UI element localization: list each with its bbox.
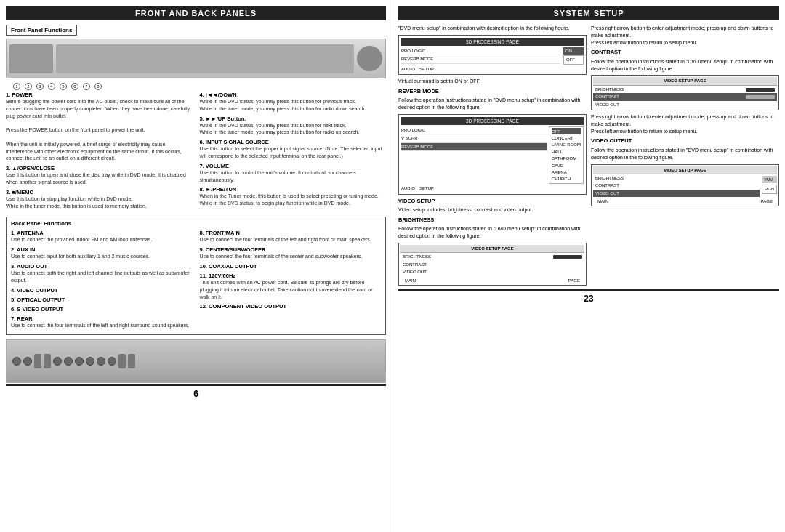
surround-bathroom: BATHROOM — [552, 156, 581, 162]
audio-setup-row-2: AUDIO SETUP — [401, 185, 584, 191]
3d-b2-row3: REVERB MODE — [401, 143, 547, 151]
front-device-image — [6, 39, 386, 78]
3d-box2-list: OFF CONCERT LIVING ROOM HALL BATHROOM CA… — [549, 126, 584, 184]
col1-intro: "DVD menu setup" in combination with des… — [398, 25, 587, 32]
right-col-1: "DVD menu setup" in combination with des… — [398, 25, 587, 288]
left-divider — [6, 384, 386, 386]
front-number-row: 1 2 3 4 5 6 7 8 — [6, 83, 386, 90]
back-item-6: 6. S-VIDEO OUTPUT — [11, 306, 193, 313]
video-setup-text: Video setup includes: brightness, contra… — [398, 206, 587, 214]
video-setup-box-3: VIDEO SETUP PAGE BRIGHTNESS CONTRAST VID… — [591, 164, 779, 207]
device-front-right — [357, 46, 382, 71]
brightness-label: BRIGHTNESS — [398, 217, 587, 225]
vsb2-title: VIDEO SETUP PAGE — [593, 77, 777, 85]
front-item-1: 1. POWER Before plugging the power cord … — [6, 92, 193, 162]
brightness-bar — [553, 255, 582, 259]
yuv-option: YUV — [762, 176, 777, 183]
vsb1-title: VIDEO SETUP PAGE — [400, 245, 584, 253]
num-5: 5 — [60, 83, 67, 90]
audio-setup-row-1: AUDIO SETUP — [401, 66, 584, 72]
vsb3-options: YUV RGB — [762, 174, 777, 197]
surround-hall: HALL — [552, 148, 581, 155]
video-output-label: VIDEO OUTPUT — [591, 137, 779, 145]
vsb2-row3: VIDEO OUT — [593, 101, 777, 108]
front-col-left: 1. POWER Before plugging the power cord … — [6, 92, 193, 212]
3d-box2-labels: PRO LOGIC V SURR REVERB MODE — [401, 126, 547, 184]
num-2: 2 — [25, 83, 32, 90]
rgb-option: RGB — [762, 185, 777, 193]
front-item-6: 6. INPUT SIGNAL SOURCE Use this button t… — [200, 139, 387, 160]
video-setup-box-2: VIDEO SETUP PAGE BRIGHTNESS CONTRAST VID… — [591, 75, 779, 110]
front-item-3: 3. ■/MEMO Use this button to stop play f… — [6, 189, 193, 210]
back-item-12: 12. COMPONENT VIDEO OUTPUT — [200, 303, 382, 310]
3d-box2-content: PRO LOGIC V SURR REVERB MODE OFF CONCERT… — [401, 126, 584, 184]
3d-processing-box-1: 3D PROCESSING PAGE PRO LOGIC REVERB MODE… — [398, 35, 587, 75]
bc4 — [44, 354, 51, 368]
vsb3-bottom: MAIN PAGE — [593, 198, 777, 204]
3d-processing-box-2: 3D PROCESSING PAGE PRO LOGIC V SURR REVE… — [398, 114, 587, 195]
back-item-3: 3. AUDIO OUT Use to connect both the rig… — [11, 263, 193, 284]
num-4: 4 — [48, 83, 55, 90]
vsb2-row1: BRIGHTNESS — [593, 86, 777, 93]
right-content: "DVD menu setup" in combination with des… — [398, 25, 779, 288]
3d-row-prologic: PRO LOGIC — [401, 47, 560, 55]
vsb2-row2: CONTRAST — [593, 93, 777, 100]
bc10 — [108, 357, 116, 366]
bc7 — [75, 357, 84, 366]
right-panel: SYSTEM SETUP "DVD menu setup" in combina… — [392, 0, 785, 532]
front-item-4: 4. |◄◄/DOWN While in the DVD status, you… — [200, 92, 387, 113]
back-item-5: 5. OPTICAL OUTPUT — [11, 297, 193, 303]
surround-concert: CONCERT — [552, 134, 581, 141]
right-page-num: 23 — [398, 294, 779, 304]
back-col-right: 8. FRONT/MAIN Use to connect the four te… — [200, 230, 382, 331]
right-header: SYSTEM SETUP — [398, 6, 779, 20]
contrast-label: CONTRAST — [591, 49, 779, 57]
vsb1-bottom: MAIN PAGE — [400, 278, 584, 283]
bc5 — [53, 357, 62, 366]
back-col-left: 1. ANTENNA Use to connect the provided i… — [11, 230, 193, 331]
vsb3-row1: BRIGHTNESS — [593, 174, 760, 182]
bc2 — [23, 357, 32, 366]
num-8: 8 — [94, 83, 102, 90]
num-7: 7 — [83, 83, 90, 90]
front-panel-box: Front Panel Functions 1 2 3 4 5 6 7 8 — [6, 25, 386, 90]
device-front-left — [9, 44, 53, 73]
back-panel-section: Back Panel Functions 1. ANTENNA Use to c… — [6, 217, 386, 335]
front-item-8: 8. ►/PRE/TUN When in the Tuner mode, thi… — [200, 186, 387, 207]
bc9 — [97, 357, 105, 366]
vsb1-row1: BRIGHTNESS — [400, 253, 584, 260]
surround-list: OFF CONCERT LIVING ROOM HALL BATHROOM CA… — [549, 126, 584, 184]
left-header: FRONT AND BACK PANELS — [6, 6, 386, 20]
back-device-image — [6, 339, 386, 383]
surround-church: CHURCH — [552, 176, 581, 182]
back-device-visual — [7, 340, 385, 382]
bc12 — [128, 354, 135, 368]
reverb-text: Follow the operation instructions stated… — [398, 97, 587, 111]
back-item-2: 2. AUX IN Use to connect input for both … — [11, 246, 193, 260]
3d-box1-values: ON OFF — [563, 47, 584, 65]
back-item-10: 10. COAXIAL OUTPUT — [200, 263, 382, 270]
num-6: 6 — [71, 83, 78, 90]
bc11 — [118, 354, 126, 368]
back-item-1: 1. ANTENNA Use to connect the provided i… — [11, 230, 193, 243]
vsb3-content: BRIGHTNESS CONTRAST VIDEO OUT YUV RGB — [593, 174, 777, 197]
surround-living: LIVING ROOM — [552, 142, 581, 148]
vsb1-row3: VIDEO OUT — [400, 268, 584, 275]
video-output-text: Follow the operation instructions stated… — [591, 147, 779, 161]
vsb1-row2: CONTRAST — [400, 261, 584, 268]
col2-intro2: Press right arrow button to enter adjust… — [591, 113, 779, 134]
back-item-9: 9. CENTER/SUBWOOFER Use to connect the f… — [200, 246, 382, 260]
col2-intro: Press right arrow button to enter adjust… — [591, 25, 779, 46]
back-item-7: 7. REAR Use to connect the four terminal… — [11, 315, 193, 329]
vsb3-labels: BRIGHTNESS CONTRAST VIDEO OUT — [593, 174, 760, 197]
3d-b2-row2: V SURR — [401, 134, 547, 142]
num-1: 1 — [13, 83, 20, 90]
back-item-11: 11. 120V/60Hz This unit comes with an AC… — [200, 273, 382, 300]
contrast-bar — [746, 95, 775, 99]
surround-arena: ARENA — [552, 169, 581, 175]
vsb3-row2: CONTRAST — [593, 182, 760, 189]
contrast-text: Follow the operation instructions stated… — [591, 58, 779, 73]
surround-cave: CAVE — [552, 162, 581, 169]
front-panel-label: Front Panel Functions — [6, 25, 77, 36]
3d-box1-content: PRO LOGIC REVERB MODE ON OFF — [401, 47, 584, 65]
